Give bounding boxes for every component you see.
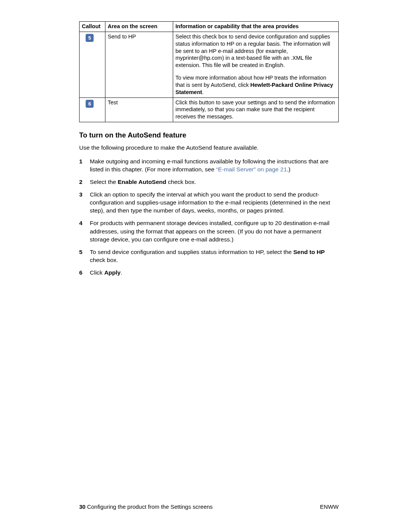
callout-table: Callout Area on the screen Information o… [79,21,339,122]
steps-list: Make outgoing and incoming e-mail functi… [79,157,339,276]
cell-callout: 6 [80,97,105,122]
footer-right: ENWW [320,503,339,511]
callout-badge: 5 [86,34,94,42]
header-info: Information or capability that the area … [173,22,339,32]
step-item: Click an option to specify the interval … [79,190,339,214]
cell-info: Select this check box to send device con… [173,32,339,97]
chapter-title: Configuring the product from the Setting… [87,503,213,510]
step-item: Select the Enable AutoSend check box. [79,178,339,186]
step-item: Make outgoing and incoming e-mail functi… [79,157,339,173]
cell-area: Send to HP [105,32,173,97]
table-row: 5 Send to HP Select this check box to se… [80,32,339,97]
step-item: To send device configuration and supplie… [79,248,339,264]
info-paragraph: Click this button to save your settings … [175,99,336,121]
step-item: Click Apply. [79,268,339,276]
table-row: 6 Test Click this button to save your se… [80,97,339,122]
info-paragraph: Select this check box to send device con… [175,33,336,69]
header-callout: Callout [80,22,105,32]
crossref-link[interactable]: “E-mail Server” on page 21 [216,166,287,173]
footer-left: 30Configuring the product from the Setti… [79,503,213,511]
callout-badge: 6 [86,100,94,108]
header-area: Area on the screen [105,22,173,32]
info-paragraph: To view more information about how HP tr… [175,74,336,96]
page-footer: 30Configuring the product from the Setti… [79,503,339,511]
step-item: For products with permanent storage devi… [79,219,339,243]
page-number: 30 [79,503,86,510]
cell-info: Click this button to save your settings … [173,97,339,122]
cell-area: Test [105,97,173,122]
cell-callout: 5 [80,32,105,97]
intro-text: Use the following procedure to make the … [79,144,339,152]
section-heading: To turn on the AutoSend feature [79,131,339,140]
